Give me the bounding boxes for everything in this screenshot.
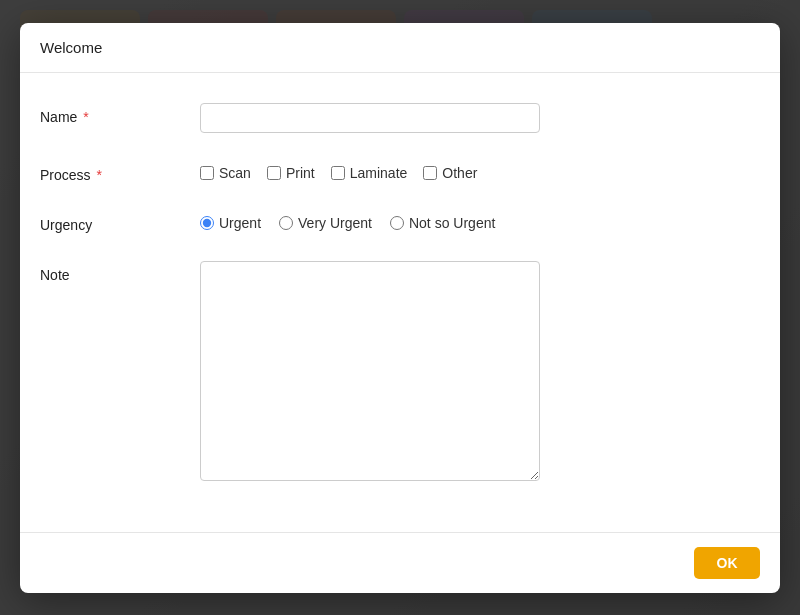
urgency-not-so-urgent-item[interactable]: Not so Urgent bbox=[390, 215, 495, 231]
urgency-radio-group: Urgent Very Urgent Not so Urgent bbox=[200, 211, 760, 231]
scan-label[interactable]: Scan bbox=[219, 165, 251, 181]
urgency-control-area: Urgent Very Urgent Not so Urgent bbox=[200, 211, 760, 231]
modal-title: Welcome bbox=[40, 39, 102, 56]
other-label[interactable]: Other bbox=[442, 165, 477, 181]
process-checkbox-group: Scan Print Laminate Other bbox=[200, 161, 760, 181]
other-checkbox[interactable] bbox=[423, 166, 437, 180]
process-row: Process * Scan Print bbox=[40, 161, 760, 183]
process-control-area: Scan Print Laminate Other bbox=[200, 161, 760, 181]
scan-checkbox[interactable] bbox=[200, 166, 214, 180]
urgency-very-urgent-item[interactable]: Very Urgent bbox=[279, 215, 372, 231]
print-checkbox[interactable] bbox=[267, 166, 281, 180]
urgent-label[interactable]: Urgent bbox=[219, 215, 261, 231]
laminate-label[interactable]: Laminate bbox=[350, 165, 408, 181]
print-label[interactable]: Print bbox=[286, 165, 315, 181]
note-control-area bbox=[200, 261, 760, 484]
process-required-star: * bbox=[96, 167, 101, 183]
urgency-row: Urgency Urgent Very Urgent bbox=[40, 211, 760, 233]
name-required-star: * bbox=[83, 109, 88, 125]
note-row: Note bbox=[40, 261, 760, 484]
urgency-label: Urgency bbox=[40, 211, 200, 233]
very-urgent-radio[interactable] bbox=[279, 216, 293, 230]
name-input[interactable] bbox=[200, 103, 540, 133]
laminate-checkbox[interactable] bbox=[331, 166, 345, 180]
modal-header: Welcome bbox=[20, 23, 780, 73]
process-print-item[interactable]: Print bbox=[267, 165, 315, 181]
note-textarea[interactable] bbox=[200, 261, 540, 481]
process-label: Process * bbox=[40, 161, 200, 183]
not-so-urgent-radio[interactable] bbox=[390, 216, 404, 230]
modal-body: Name * Process * Scan bbox=[20, 73, 780, 532]
urgent-radio[interactable] bbox=[200, 216, 214, 230]
ok-button[interactable]: OK bbox=[694, 547, 760, 579]
welcome-dialog: Welcome Name * Process * bbox=[20, 23, 780, 593]
urgency-urgent-item[interactable]: Urgent bbox=[200, 215, 261, 231]
name-row: Name * bbox=[40, 103, 760, 133]
process-scan-item[interactable]: Scan bbox=[200, 165, 251, 181]
modal-overlay: Welcome Name * Process * bbox=[0, 0, 800, 615]
process-other-item[interactable]: Other bbox=[423, 165, 477, 181]
process-laminate-item[interactable]: Laminate bbox=[331, 165, 408, 181]
modal-footer: OK bbox=[20, 532, 780, 593]
name-label: Name * bbox=[40, 103, 200, 125]
very-urgent-label[interactable]: Very Urgent bbox=[298, 215, 372, 231]
name-control-area bbox=[200, 103, 760, 133]
not-so-urgent-label[interactable]: Not so Urgent bbox=[409, 215, 495, 231]
note-label: Note bbox=[40, 261, 200, 283]
